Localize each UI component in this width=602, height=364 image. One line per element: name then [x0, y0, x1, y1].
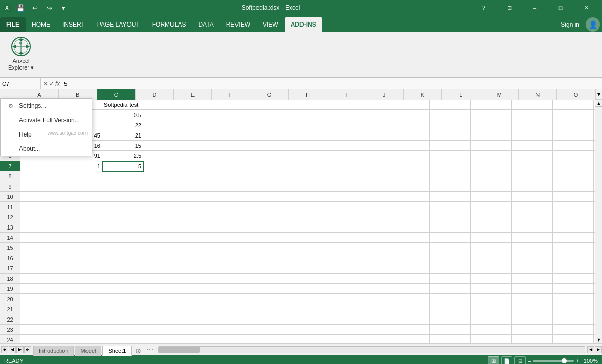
cell-g9[interactable] [266, 181, 307, 192]
cell-m18[interactable] [512, 274, 553, 284]
cell-n5[interactable] [553, 141, 594, 151]
cell-m9[interactable] [512, 181, 553, 192]
scroll-up-btn[interactable]: ▲ [595, 100, 602, 107]
cell-k11[interactable] [430, 202, 471, 212]
cell-a10[interactable] [20, 192, 61, 202]
cell-n14[interactable] [553, 233, 594, 243]
cell-n6[interactable] [553, 151, 594, 161]
cell-e20[interactable] [184, 294, 225, 304]
cell-i17[interactable] [348, 263, 389, 274]
cell-h9[interactable] [307, 181, 348, 192]
cell-b11[interactable] [61, 202, 102, 212]
cell-n2[interactable] [553, 110, 594, 120]
cell-b20[interactable] [61, 294, 102, 304]
cell-k20[interactable] [430, 294, 471, 304]
cell-k1[interactable] [430, 100, 471, 110]
cell-b17[interactable] [61, 263, 102, 274]
cell-f9[interactable] [225, 181, 266, 192]
cell-h24[interactable] [307, 335, 348, 343]
cell-f14[interactable] [225, 233, 266, 243]
cell-e7[interactable] [184, 161, 225, 171]
cell-l17[interactable] [471, 263, 512, 274]
maximize-btn[interactable]: □ [549, 0, 572, 15]
cell-b22[interactable] [61, 314, 102, 325]
cell-c14[interactable] [102, 233, 143, 243]
cell-f16[interactable] [225, 253, 266, 263]
cell-h14[interactable] [307, 233, 348, 243]
cell-n18[interactable] [553, 274, 594, 284]
col-header-o[interactable]: O [557, 89, 595, 100]
col-header-k[interactable]: K [404, 89, 442, 100]
cell-d9[interactable] [143, 181, 184, 192]
cell-d2[interactable] [143, 110, 184, 120]
cell-g15[interactable] [266, 243, 307, 253]
cell-j3[interactable] [389, 120, 430, 130]
cell-c2[interactable]: 0.5 [102, 110, 143, 120]
cell-n10[interactable] [553, 192, 594, 202]
cell-d17[interactable] [143, 263, 184, 274]
quick-access-more-btn[interactable]: ▾ [57, 2, 70, 14]
cell-b24[interactable] [61, 335, 102, 343]
cell-d18[interactable] [143, 274, 184, 284]
cell-k5[interactable] [430, 141, 471, 151]
cell-e14[interactable] [184, 233, 225, 243]
cell-g23[interactable] [266, 325, 307, 335]
cell-m21[interactable] [512, 304, 553, 314]
cell-m2[interactable] [512, 110, 553, 120]
cell-j17[interactable] [389, 263, 430, 274]
cell-c11[interactable] [102, 202, 143, 212]
cell-a13[interactable] [20, 222, 61, 233]
name-box[interactable]: C7 [0, 78, 41, 89]
tab-review[interactable]: REVIEW [220, 17, 256, 32]
cell-k16[interactable] [430, 253, 471, 263]
cell-h21[interactable] [307, 304, 348, 314]
cell-m13[interactable] [512, 222, 553, 233]
cell-k17[interactable] [430, 263, 471, 274]
cell-i11[interactable] [348, 202, 389, 212]
cell-i19[interactable] [348, 284, 389, 294]
cell-j2[interactable] [389, 110, 430, 120]
cell-e3[interactable] [184, 120, 225, 130]
restore-btn[interactable]: ⊡ [498, 0, 521, 15]
cell-m1[interactable] [512, 100, 553, 110]
cell-a16[interactable] [20, 253, 61, 263]
cell-a17[interactable] [20, 263, 61, 274]
cell-l1[interactable] [471, 100, 512, 110]
cell-a8[interactable] [20, 171, 61, 181]
cell-g16[interactable] [266, 253, 307, 263]
cell-d16[interactable] [143, 253, 184, 263]
cell-c16[interactable] [102, 253, 143, 263]
cell-f3[interactable] [225, 120, 266, 130]
scroll-last-sheet-btn[interactable]: ⏭ [24, 346, 31, 353]
cell-l3[interactable] [471, 120, 512, 130]
cell-f1[interactable] [225, 100, 266, 110]
col-header-j[interactable]: J [365, 89, 404, 100]
cell-j4[interactable] [389, 130, 430, 141]
zoom-plus-btn[interactable]: + [576, 358, 579, 364]
cell-j7[interactable] [389, 161, 430, 171]
cell-n11[interactable] [553, 202, 594, 212]
cell-g3[interactable] [266, 120, 307, 130]
cell-j14[interactable] [389, 233, 430, 243]
cell-h22[interactable] [307, 314, 348, 325]
cell-d13[interactable] [143, 222, 184, 233]
cell-i4[interactable] [348, 130, 389, 141]
cell-j9[interactable] [389, 181, 430, 192]
cell-e8[interactable] [184, 171, 225, 181]
cell-m24[interactable] [512, 335, 553, 343]
cell-c7[interactable]: 5 [102, 161, 143, 171]
cell-k8[interactable] [430, 171, 471, 181]
close-btn[interactable]: ✕ [574, 0, 598, 15]
cell-j5[interactable] [389, 141, 430, 151]
cell-b21[interactable] [61, 304, 102, 314]
cell-b18[interactable] [61, 274, 102, 284]
cell-a7[interactable] [20, 161, 61, 171]
cell-h3[interactable] [307, 120, 348, 130]
cell-h18[interactable] [307, 274, 348, 284]
formula-cross-icon[interactable]: ✕ [43, 80, 48, 87]
cell-a18[interactable] [20, 274, 61, 284]
undo-quick-btn[interactable]: ↩ [29, 2, 41, 14]
cell-n3[interactable] [553, 120, 594, 130]
cell-l4[interactable] [471, 130, 512, 141]
cell-g22[interactable] [266, 314, 307, 325]
